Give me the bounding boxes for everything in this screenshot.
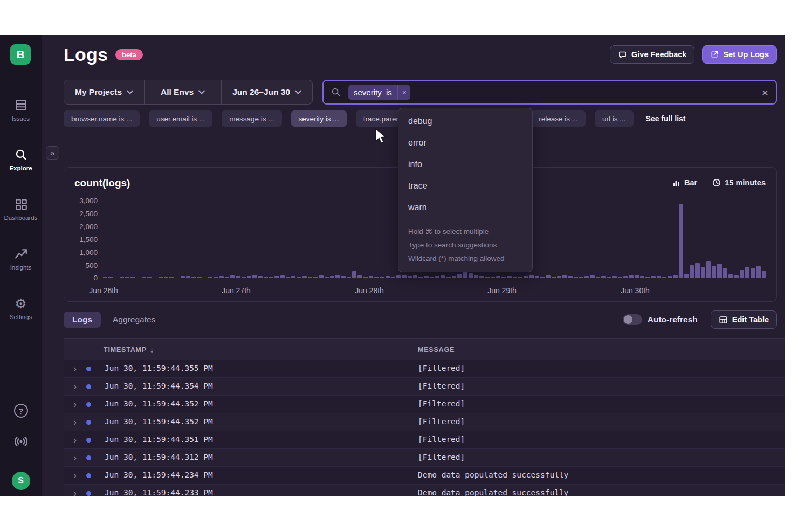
chart-bar <box>374 277 379 278</box>
search-input[interactable]: severity is × × <box>322 80 777 105</box>
date-range-filter[interactable]: Jun 26–Jun 30 <box>221 80 312 104</box>
chart-bar <box>408 276 412 278</box>
expand-row-icon[interactable]: › <box>73 452 77 463</box>
dropdown-option-error[interactable]: error <box>398 132 532 154</box>
table-row[interactable]: › Jun 30, 11:59:44.355 PM [Filtered] <box>64 360 785 378</box>
table-row[interactable]: › Jun 30, 11:59:44.352 PM [Filtered] <box>64 396 785 413</box>
row-timestamp: Jun 30, 11:59:44.351 PM <box>105 435 213 444</box>
set-up-logs-button[interactable]: Set Up Logs <box>702 45 777 64</box>
page-header: Logs beta Give Feedback <box>64 43 777 66</box>
date-range-label: Jun 26–Jun 30 <box>232 87 290 97</box>
expand-row-icon[interactable]: › <box>73 363 77 374</box>
double-chevron-icon: » <box>51 149 55 157</box>
expand-row-icon[interactable]: › <box>73 488 77 496</box>
expand-row-icon[interactable]: › <box>73 399 77 410</box>
tab-logs[interactable]: Logs <box>64 312 101 328</box>
see-full-list-button[interactable]: See full list <box>643 110 689 127</box>
expand-row-icon[interactable]: › <box>73 381 77 392</box>
chip-severity[interactable]: severity is ... <box>291 110 347 127</box>
timestamp-column-header[interactable]: TIMESTAMP ↓ <box>104 339 154 361</box>
auto-refresh-toggle[interactable] <box>623 314 642 325</box>
sidebar-user[interactable]: S <box>0 472 42 490</box>
table-row[interactable]: › Jun 30, 11:59:44.233 PM Demo data popu… <box>64 485 785 496</box>
chart-bar <box>313 277 318 278</box>
tab-aggregates[interactable]: Aggregates <box>113 315 155 324</box>
chart-bar <box>590 275 594 278</box>
chip-release[interactable]: release is ... <box>531 110 586 127</box>
table-row[interactable]: › Jun 30, 11:59:44.351 PM [Filtered] <box>64 431 785 449</box>
dropdown-option-warn[interactable]: warn <box>398 197 532 218</box>
chip-browser-name[interactable]: browser.name is ... <box>64 110 140 127</box>
environment-filter[interactable]: All Envs <box>144 80 221 104</box>
timestamp-header-label: TIMESTAMP <box>104 346 147 354</box>
chart-bar <box>695 263 699 278</box>
chart-bar <box>396 275 401 278</box>
sidebar-broadcast[interactable] <box>0 434 42 449</box>
chart-bar <box>673 275 677 278</box>
chart-bar <box>357 275 362 278</box>
token-remove-icon[interactable]: × <box>397 85 411 100</box>
sidebar-item-explore[interactable]: Explore <box>0 137 42 171</box>
table-row[interactable]: › Jun 30, 11:59:44.312 PM [Filtered] <box>64 449 785 467</box>
sidebar-help[interactable]: ? <box>0 404 42 418</box>
dropdown-option-trace[interactable]: trace <box>398 175 532 197</box>
project-filter[interactable]: My Projects <box>64 80 144 104</box>
auto-refresh-label: Auto-refresh <box>648 315 698 324</box>
explore-search-icon <box>14 148 28 162</box>
chart-bar <box>513 277 517 278</box>
chart-bar <box>242 277 246 278</box>
expand-row-icon[interactable]: › <box>73 434 77 445</box>
dropdown-option-info[interactable]: info <box>398 154 532 175</box>
chip-message[interactable]: message is ... <box>222 110 281 127</box>
table-row[interactable]: › Jun 30, 11:59:44.234 PM Demo data popu… <box>64 467 785 485</box>
expand-panel-button[interactable]: » <box>46 146 59 160</box>
filter-token-severity[interactable]: severity is × <box>348 85 410 100</box>
chart-bar <box>325 277 329 278</box>
chart-bar <box>662 277 666 278</box>
sidebar-item-issues[interactable]: Issues <box>0 87 42 122</box>
give-feedback-button[interactable]: Give Feedback <box>610 45 694 64</box>
dropdown-option-debug[interactable]: debug <box>398 110 532 132</box>
message-column-header[interactable]: MESSAGE <box>418 339 455 361</box>
x-axis-tick: Jun 27th <box>212 286 260 295</box>
chart-bar <box>618 277 622 278</box>
chart-bar <box>529 275 533 278</box>
chip-url[interactable]: url is ... <box>595 110 634 127</box>
chart-bar <box>640 276 644 278</box>
chart-bar <box>518 277 522 278</box>
table-row[interactable]: › Jun 30, 11:59:44.354 PM [Filtered] <box>64 378 785 396</box>
chart-bar <box>728 274 733 278</box>
chart-bar <box>435 276 439 278</box>
chart-bar <box>723 268 727 278</box>
chart-bar <box>191 277 196 278</box>
org-logo-letter: B <box>16 48 24 61</box>
chevron-down-icon <box>295 90 301 94</box>
sidebar-item-insights[interactable]: Insights <box>0 236 42 271</box>
chart-interval-button[interactable]: 15 minutes <box>712 178 766 187</box>
chevron-down-icon <box>198 90 205 94</box>
chip-user-email[interactable]: user.email is ... <box>149 110 212 127</box>
chart-bar <box>258 276 262 278</box>
toggle-knob <box>624 315 632 324</box>
chart-bar <box>269 277 273 278</box>
search-clear-icon[interactable]: × <box>762 87 768 98</box>
expand-row-icon[interactable]: › <box>73 417 77 427</box>
sidebar-item-dashboards[interactable]: Dashboards <box>0 186 42 221</box>
edit-table-label: Edit Table <box>732 315 769 324</box>
chart-bar <box>319 275 323 278</box>
edit-table-button[interactable]: Edit Table <box>711 310 777 329</box>
table-row[interactable]: › Jun 30, 11:59:44.352 PM [Filtered] <box>64 413 785 431</box>
gear-icon: ⚙ <box>15 296 26 310</box>
chart-bar <box>474 275 478 278</box>
chart-bar <box>308 277 312 278</box>
chart-bar <box>130 277 135 278</box>
org-logo[interactable]: B <box>10 44 31 65</box>
chart-display-mode-button[interactable]: Bar <box>672 178 697 187</box>
chart-bar <box>274 276 279 278</box>
expand-row-icon[interactable]: › <box>73 470 77 481</box>
chart-bar <box>623 276 628 278</box>
sidebar-item-settings[interactable]: ⚙ Settings <box>0 286 42 320</box>
y-axis-tick: 1,500 <box>64 236 98 244</box>
chart-bar <box>457 274 462 278</box>
row-message: [Filtered] <box>418 453 465 461</box>
